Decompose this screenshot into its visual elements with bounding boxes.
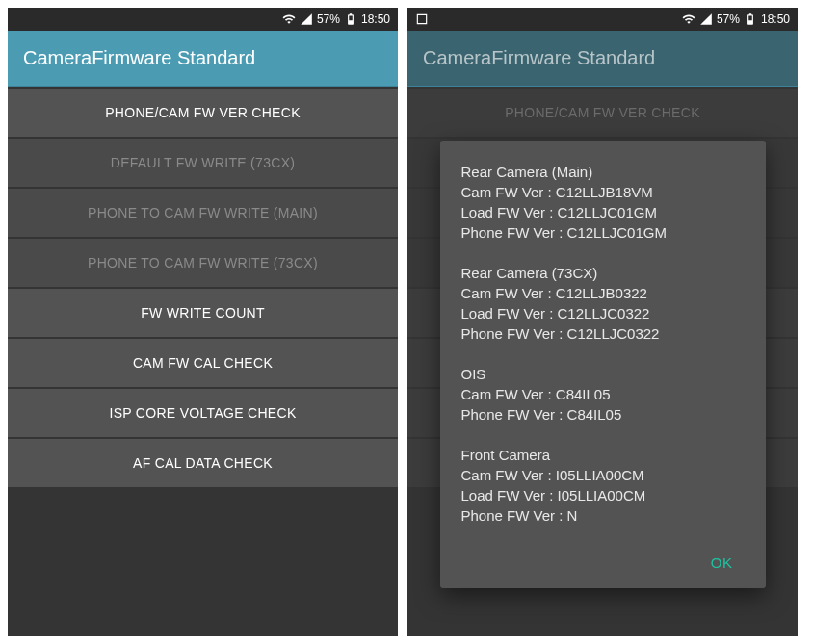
menu-item-0[interactable]: PHONE/CAM FW VER CHECK (8, 89, 398, 137)
menu-list-left: PHONE/CAM FW VER CHECKDEFAULT FW WRITE (… (8, 87, 398, 489)
menu-item-6[interactable]: ISP CORE VOLTAGE CHECK (8, 389, 398, 437)
dialog-overlay: Rear Camera (Main) Cam FW Ver : C12LLJB1… (407, 8, 798, 636)
menu-item-2: PHONE TO CAM FW WRITE (MAIN) (8, 189, 398, 237)
status-bar: 57% 18:50 (8, 8, 398, 31)
battery-icon (344, 13, 357, 26)
app-title: CameraFirmware Standard (23, 47, 255, 69)
wifi-icon (282, 13, 296, 26)
phone-right: 57% 18:50 CameraFirmware Standard PHONE/… (407, 8, 798, 636)
menu-item-3: PHONE TO CAM FW WRITE (73CX) (8, 239, 398, 287)
ok-button[interactable]: OK (699, 545, 745, 580)
dialog: Rear Camera (Main) Cam FW Ver : C12LLJB1… (440, 141, 766, 588)
menu-item-5[interactable]: CAM FW CAL CHECK (8, 339, 398, 387)
menu-item-1: DEFAULT FW WRITE (73CX) (8, 139, 398, 187)
phone-left: 57% 18:50 CameraFirmware Standard PHONE/… (8, 8, 398, 636)
menu-item-4[interactable]: FW WRITE COUNT (8, 289, 398, 337)
menu-item-7[interactable]: AF CAL DATA CHECK (8, 439, 398, 487)
signal-icon (300, 13, 313, 26)
battery-percent: 57% (317, 13, 340, 26)
time-label: 18:50 (361, 13, 390, 26)
dialog-actions: OK (461, 545, 745, 580)
dialog-content: Rear Camera (Main) Cam FW Ver : C12LLJB1… (461, 162, 745, 526)
app-bar: CameraFirmware Standard (8, 31, 398, 87)
